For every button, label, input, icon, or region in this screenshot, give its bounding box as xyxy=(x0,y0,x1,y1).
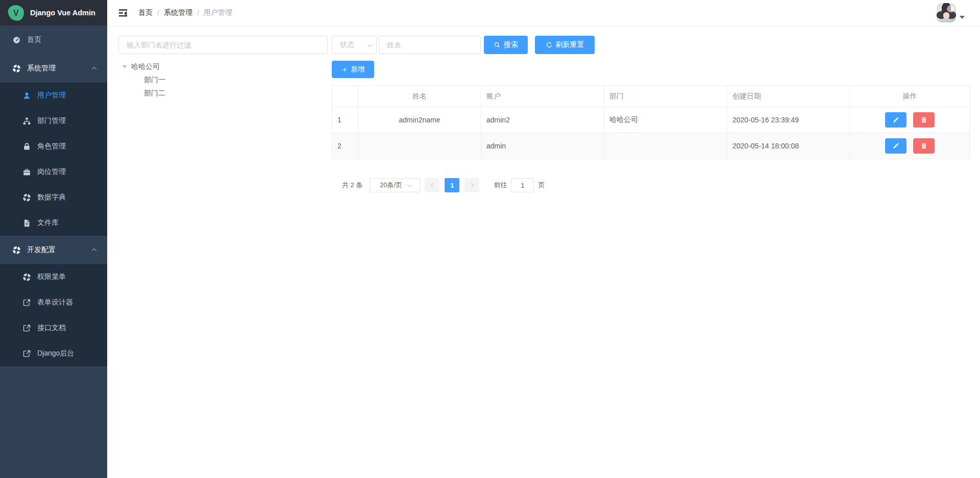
component-icon xyxy=(12,64,21,73)
cell-dept xyxy=(604,133,727,159)
sidebar-item-role-mgmt[interactable]: 角色管理 xyxy=(0,134,107,159)
avatar[interactable] xyxy=(937,3,956,22)
sidebar-section-label: 系统管理 xyxy=(27,64,56,73)
tree-node-label: 部门二 xyxy=(144,89,165,98)
trash-icon xyxy=(920,116,927,123)
sidebar-item-user-mgmt[interactable]: 用户管理 xyxy=(0,83,107,108)
sidebar-item-permission-menu[interactable]: 权限菜单 xyxy=(0,264,107,290)
sidebar-item-home[interactable]: 首页 xyxy=(0,26,107,54)
hamburger-fold-icon xyxy=(118,8,128,18)
col-header-index xyxy=(332,86,358,107)
cell-name: admin2name xyxy=(358,107,481,133)
chevron-right-icon xyxy=(469,183,474,188)
sidebar: V Django Vue Admin 首页 系统管理 用户管理 部门管理 角色管… xyxy=(0,0,107,478)
pagination-total: 共 2 条 xyxy=(342,181,362,190)
external-link-icon xyxy=(22,349,31,358)
page-content: 哈哈公司 部门一 部门二 状态 搜索 xyxy=(107,26,980,192)
col-header-created: 创建日期 xyxy=(727,86,850,107)
tree-node-root[interactable]: 哈哈公司 xyxy=(118,60,328,73)
trash-icon xyxy=(920,142,927,149)
tree-expand-icon[interactable] xyxy=(122,65,127,68)
refresh-reset-button[interactable]: 刷新重置 xyxy=(535,36,595,54)
sidebar-item-label: 岗位管理 xyxy=(37,167,66,177)
search-button[interactable]: 搜索 xyxy=(484,36,528,54)
external-link-icon xyxy=(22,298,31,307)
delete-button[interactable] xyxy=(913,138,935,154)
goto-page-input[interactable] xyxy=(511,178,534,192)
cell-index: 1 xyxy=(332,107,358,133)
breadcrumb-separator: / xyxy=(157,9,159,17)
cell-actions xyxy=(850,133,970,159)
edit-button[interactable] xyxy=(885,138,906,154)
briefcase-icon xyxy=(22,168,31,177)
sidebar-item-label: 部门管理 xyxy=(37,116,66,125)
filter-row: 状态 搜索 刷新重置 xyxy=(332,36,970,54)
tree-node-child[interactable]: 部门二 xyxy=(118,87,328,100)
breadcrumb: 首页 / 系统管理 / 用户管理 xyxy=(138,8,232,17)
sidebar-item-post-mgmt[interactable]: 岗位管理 xyxy=(0,159,107,185)
top-navbar: 首页 / 系统管理 / 用户管理 xyxy=(107,0,980,26)
chevron-down-icon xyxy=(368,42,373,47)
dept-tree: 哈哈公司 部门一 部门二 xyxy=(118,60,328,100)
app-logo-bar[interactable]: V Django Vue Admin xyxy=(0,0,107,26)
breadcrumb-current: 用户管理 xyxy=(204,8,232,17)
app-logo-icon: V xyxy=(7,4,25,21)
delete-button[interactable] xyxy=(913,112,935,128)
tree-node-child[interactable]: 部门一 xyxy=(118,73,328,87)
col-header-account: 账户 xyxy=(481,86,604,107)
breadcrumb-system[interactable]: 系统管理 xyxy=(164,8,192,17)
name-filter-input[interactable] xyxy=(379,36,481,54)
user-menu[interactable] xyxy=(937,3,965,22)
sidebar-item-dept-mgmt[interactable]: 部门管理 xyxy=(0,108,107,134)
plus-icon xyxy=(341,66,348,73)
sidebar-item-data-dict[interactable]: 数据字典 xyxy=(0,185,107,210)
refresh-icon xyxy=(546,41,553,48)
page-unit-label: 页 xyxy=(538,181,545,190)
sidebar-item-django-admin[interactable]: Django后台 xyxy=(0,341,107,366)
dept-panel: 哈哈公司 部门一 部门二 xyxy=(118,36,328,192)
sidebar-item-label: 用户管理 xyxy=(37,91,66,100)
edit-button[interactable] xyxy=(885,112,906,128)
edit-pencil-icon xyxy=(892,116,899,123)
cell-name xyxy=(358,133,481,159)
component-icon xyxy=(22,193,31,202)
prev-page-button[interactable] xyxy=(425,178,439,192)
user-icon xyxy=(22,91,31,100)
sidebar-item-form-designer[interactable]: 表单设计器 xyxy=(0,290,107,315)
page-size-select[interactable]: 20条/页 xyxy=(370,178,421,192)
cell-created: 2020-05-14 18:00:08 xyxy=(727,133,850,159)
table-row: 1 admin2name admin2 哈哈公司 2020-05-16 23:3… xyxy=(332,107,970,133)
add-user-button[interactable]: 新增 xyxy=(332,61,374,78)
sidebar-section-dev-config[interactable]: 开发配置 xyxy=(0,236,107,264)
next-page-button[interactable] xyxy=(464,178,479,192)
submenu-system: 用户管理 部门管理 角色管理 岗位管理 数据字典 文件库 xyxy=(0,83,107,236)
page-number-1[interactable]: 1 xyxy=(445,178,459,192)
sidebar-toggle-button[interactable] xyxy=(115,5,131,21)
sidebar-item-label: 角色管理 xyxy=(37,142,66,151)
sidebar-item-label: 数据字典 xyxy=(37,193,66,202)
breadcrumb-home[interactable]: 首页 xyxy=(138,8,153,17)
cell-dept: 哈哈公司 xyxy=(604,107,727,133)
cell-index: 2 xyxy=(332,133,358,159)
col-header-dept: 部门 xyxy=(604,86,727,107)
cell-account: admin xyxy=(481,133,604,159)
org-tree-icon xyxy=(22,117,31,125)
tree-node-label: 哈哈公司 xyxy=(131,62,160,71)
chevron-up-icon xyxy=(92,248,97,254)
sidebar-item-file-lib[interactable]: 文件库 xyxy=(0,210,107,236)
sidebar-item-label: Django后台 xyxy=(37,349,74,358)
sidebar-item-api-docs[interactable]: 接口文档 xyxy=(0,315,107,341)
goto-label: 前往 xyxy=(494,181,507,190)
dept-filter-input[interactable] xyxy=(118,36,328,54)
status-select[interactable]: 状态 xyxy=(332,36,377,54)
sidebar-section-system[interactable]: 系统管理 xyxy=(0,54,107,83)
page-size-value: 20条/页 xyxy=(380,181,402,190)
caret-down-icon xyxy=(960,16,965,19)
tree-node-label: 部门一 xyxy=(144,76,165,85)
search-icon xyxy=(494,41,501,48)
user-panel: 状态 搜索 刷新重置 新增 xyxy=(332,36,970,192)
sidebar-section-label: 开发配置 xyxy=(27,245,56,255)
pagination: 共 2 条 20条/页 1 前往 页 xyxy=(342,178,970,192)
table-row: 2 admin 2020-05-14 18:00:08 xyxy=(332,133,970,159)
app-title: Django Vue Admin xyxy=(30,9,95,17)
